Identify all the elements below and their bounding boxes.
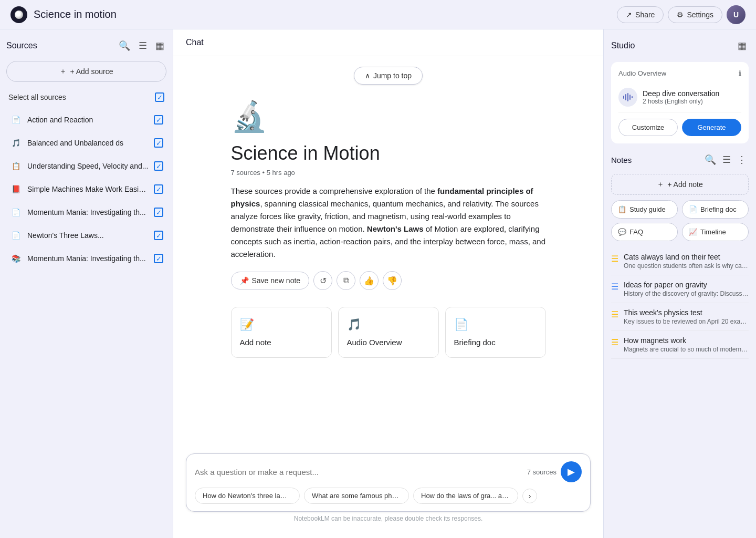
source-item-s7[interactable]: 📚 Momentum Mania: Investigating th... ✓	[6, 247, 166, 270]
audio-actions: Customize Generate	[618, 119, 741, 136]
source-checkbox[interactable]: ✓	[154, 208, 163, 217]
audio-overview-label: Audio Overview ℹ	[618, 69, 741, 77]
sidebar-title: Sources	[6, 41, 37, 50]
pin-icon: 📌	[240, 276, 249, 285]
select-all-checkbox[interactable]: ✓	[155, 92, 164, 102]
note-type-briefing-doc[interactable]: 📄Briefing doc	[682, 200, 749, 219]
source-item-s1[interactable]: 📄 Action and Reaction ✓	[6, 108, 166, 131]
source-item-s5[interactable]: 📄 Momentum Mania: Investigating th... ✓	[6, 201, 166, 224]
sources-list: 📄 Action and Reaction ✓ 🎵 Balanced and U…	[6, 108, 166, 270]
filter-sources-button[interactable]: ☰	[136, 38, 149, 54]
suggestion-chip-1[interactable]: What are some famous physics experiments…	[304, 488, 409, 504]
sidebar-header: Sources 🔍 ☰ ▦	[6, 38, 166, 54]
collapse-sidebar-button[interactable]: ▦	[153, 38, 166, 54]
source-checkbox[interactable]: ✓	[154, 231, 163, 240]
copy-button[interactable]: ⧉	[337, 271, 355, 290]
note-title: Ideas for paper on gravity	[624, 281, 749, 289]
add-source-button[interactable]: ＋ + Add source	[6, 61, 166, 82]
chat-card-c3[interactable]: 📄 Briefing doc	[445, 307, 546, 358]
send-icon: ▶	[568, 466, 575, 478]
source-type-icon: 📚	[9, 252, 22, 265]
source-name: Simple Machines Make Work Easier...	[27, 185, 149, 193]
generate-button[interactable]: Generate	[682, 119, 741, 136]
add-icon: ＋	[59, 67, 67, 76]
chat-panel: Chat ∧ Jump to top 🔬 Science in Motion 7…	[173, 29, 604, 538]
thumbs-up-button[interactable]: 👍	[360, 271, 379, 290]
suggestion-chip-0[interactable]: How do Newton's three laws of motion exp…	[195, 488, 300, 504]
note-title: How magnets work	[624, 336, 749, 345]
source-checkbox[interactable]: ✓	[154, 161, 163, 171]
send-button[interactable]: ▶	[561, 461, 582, 482]
share-button[interactable]: ↗ Share	[617, 6, 664, 23]
card-icon: 📄	[454, 318, 468, 332]
studio-title: Studio	[611, 41, 635, 50]
source-item-s2[interactable]: 🎵 Balanced and Unbalanced ds ✓	[6, 131, 166, 154]
source-name: Newton's Three Laws...	[27, 231, 149, 240]
add-note-button[interactable]: ＋ + Add note	[611, 174, 749, 195]
note-color-icon: ☰	[611, 309, 618, 325]
note-item-n2[interactable]: ☰ Ideas for paper on gravity History of …	[611, 275, 749, 303]
sidebar: Sources 🔍 ☰ ▦ ＋ + Add source Select all …	[0, 29, 173, 538]
sort-notes-button[interactable]: ☰	[720, 152, 733, 168]
study-guide-label: Study guide	[629, 205, 666, 213]
source-type-icon: 📋	[9, 160, 22, 172]
source-item-s3[interactable]: 📋 Understanding Speed, Velocity and... ✓	[6, 154, 166, 178]
card-icon: 🎵	[347, 318, 361, 332]
note-content: Cats always land on their feet One quest…	[624, 253, 749, 270]
jump-to-top-button[interactable]: ∧ Jump to top	[354, 67, 423, 85]
sidebar-icon-group: 🔍 ☰ ▦	[117, 38, 166, 54]
note-title: This week's physics test	[624, 308, 749, 317]
deep-dive-info: Deep dive conversation 2 hosts (English …	[643, 89, 741, 105]
source-item-s4[interactable]: 📕 Simple Machines Make Work Easier... ✓	[6, 178, 166, 201]
note-item-n3[interactable]: ☰ This week's physics test Key issues to…	[611, 303, 749, 331]
studio-layout-button[interactable]: ▦	[736, 38, 749, 54]
notes-icon-group: 🔍 ☰ ⋮	[702, 152, 749, 168]
info-icon[interactable]: ℹ	[739, 69, 741, 77]
note-content: How magnets work Magnets are crucial to …	[624, 336, 749, 353]
search-sources-button[interactable]: 🔍	[117, 38, 132, 54]
search-notes-button[interactable]: 🔍	[702, 152, 718, 168]
svg-rect-3	[629, 95, 631, 100]
note-preview: One question students often ask is why c…	[624, 262, 749, 270]
chat-card-c2[interactable]: 🎵 Audio Overview	[338, 307, 439, 358]
chat-card-c1[interactable]: 📝 Add note	[231, 307, 332, 358]
source-item-s6[interactable]: 📄 Newton's Three Laws... ✓	[6, 224, 166, 247]
suggestion-chips: How do Newton's three laws of motion exp…	[195, 488, 582, 504]
note-type-study-guide[interactable]: 📋Study guide	[611, 200, 678, 219]
source-checkbox[interactable]: ✓	[154, 184, 163, 194]
svg-rect-2	[627, 93, 628, 101]
chat-input-row: 7 sources ▶	[195, 461, 582, 482]
source-checkbox[interactable]: ✓	[154, 138, 163, 148]
note-type-faq[interactable]: 💬FAQ	[611, 223, 678, 241]
note-preview: Key issues to be reviewed on April 20 ex…	[624, 318, 749, 325]
source-name: Momentum Mania: Investigating th...	[27, 254, 149, 263]
source-type-icon: 📕	[9, 183, 22, 195]
note-type-timeline[interactable]: 📈Timeline	[682, 223, 749, 241]
source-name: Momentum Mania: Investigating th...	[27, 208, 149, 216]
source-name: Action and Reaction	[27, 116, 149, 124]
source-checkbox[interactable]: ✓	[154, 115, 163, 125]
deep-dive-title: Deep dive conversation	[643, 89, 741, 98]
card-label: Add note	[240, 338, 271, 347]
suggestions-next-button[interactable]: ›	[522, 489, 537, 503]
settings-button[interactable]: ⚙ Settings	[668, 6, 722, 23]
notes-header: Notes 🔍 ☰ ⋮	[611, 152, 749, 168]
select-all-row: Select all sources ✓	[6, 88, 166, 106]
more-notes-button[interactable]: ⋮	[735, 152, 749, 168]
chat-input-box: 7 sources ▶ How do Newton's three laws o…	[186, 453, 591, 512]
save-note-button[interactable]: 📌 Save new note	[231, 272, 310, 289]
thumbs-down-button[interactable]: 👎	[383, 271, 402, 290]
customize-button[interactable]: Customize	[618, 119, 678, 136]
note-item-n1[interactable]: ☰ Cats always land on their feet One que…	[611, 247, 749, 275]
suggestion-chip-2[interactable]: How do the laws of gra... at very high s…	[413, 488, 518, 504]
avatar[interactable]: U	[727, 5, 746, 24]
card-label: Briefing doc	[454, 338, 496, 347]
notebook-title: Science in Motion	[231, 142, 546, 164]
note-item-n4[interactable]: ☰ How magnets work Magnets are crucial t…	[611, 331, 749, 359]
source-checkbox[interactable]: ✓	[154, 254, 163, 263]
note-preview: History of the discovery of gravity: Dis…	[624, 290, 749, 297]
refresh-button[interactable]: ↺	[313, 271, 332, 290]
source-type-icon: 📄	[9, 229, 22, 242]
chat-input[interactable]	[195, 468, 523, 477]
studio-panel: Studio ▦ Audio Overview ℹ	[604, 29, 756, 538]
